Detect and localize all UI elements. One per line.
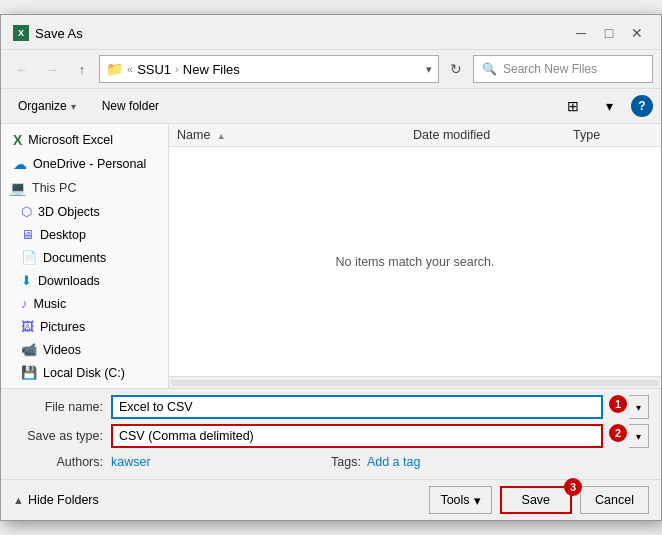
search-bar[interactable]: 🔍 Search New Files (473, 55, 653, 83)
hide-folders-button[interactable]: ▲ Hide Folders (13, 493, 99, 507)
add-tag-link[interactable]: Add a tag (367, 455, 421, 469)
sidebar-item-pictures[interactable]: 🖼 Pictures (1, 315, 168, 338)
sidebar-downloads-label: Downloads (38, 274, 100, 288)
view-dropdown-button[interactable]: ▾ (595, 93, 623, 119)
title-bar: X Save As ─ □ ✕ (1, 15, 661, 50)
col-type-header[interactable]: Type (573, 128, 653, 142)
dialog-title: Save As (35, 26, 569, 41)
file-list-header: Name ▲ Date modified Type (169, 124, 661, 147)
3d-icon: ⬡ (21, 204, 32, 219)
back-button[interactable]: ← (9, 56, 35, 82)
breadcrumb-path: SSU1 › New Files (137, 62, 240, 77)
maximize-button[interactable]: □ (597, 23, 621, 43)
sidebar-pics-label: Pictures (40, 320, 85, 334)
sidebar-item-desktop[interactable]: 🖥 Desktop (1, 223, 168, 246)
footer: ▲ Hide Folders Tools ▾ Save 3 Cancel (1, 479, 661, 520)
sidebar-item-onedrive[interactable]: ☁ OneDrive - Personal (1, 152, 168, 176)
sidebar-item-thispc[interactable]: 💻 This PC (1, 176, 168, 200)
new-folder-button[interactable]: New folder (93, 93, 168, 119)
minimize-button[interactable]: ─ (569, 23, 593, 43)
sidebar-onedrive-label: OneDrive - Personal (33, 157, 146, 171)
filename-label: File name: (13, 400, 103, 414)
sidebar-3d-label: 3D Objects (38, 205, 100, 219)
authors-tags-row: Authors: kawser Tags: Add a tag (13, 453, 649, 473)
breadcrumb-newfiles: New Files (183, 62, 240, 77)
videos-icon: 📹 (21, 342, 37, 357)
filename-input-wrapper: 1 ▾ (111, 395, 649, 419)
sidebar-disk-label: Local Disk (C:) (43, 366, 125, 380)
cancel-label: Cancel (595, 493, 634, 507)
authors-value[interactable]: kawser (111, 455, 151, 469)
sidebar-item-music[interactable]: ♪ Music (1, 292, 168, 315)
pc-icon: 💻 (9, 180, 26, 196)
up-button[interactable]: ↑ (69, 56, 95, 82)
sidebar-excel-label: Microsoft Excel (28, 133, 113, 147)
tools-chevron-icon: ▾ (474, 493, 481, 508)
horizontal-scrollbar[interactable] (169, 376, 661, 388)
refresh-button[interactable]: ↻ (443, 55, 469, 83)
organize-chevron-icon: ▾ (71, 101, 76, 112)
sidebar-item-videos[interactable]: 📹 Videos (1, 338, 168, 361)
filename-row: File name: 1 ▾ (13, 395, 649, 419)
save-label: Save (522, 493, 551, 507)
close-button[interactable]: ✕ (625, 23, 649, 43)
save-badge: 3 (564, 478, 582, 496)
filetype-dropdown-button[interactable]: ▾ (629, 424, 649, 448)
organize-label: Organize (18, 99, 67, 113)
sidebar-item-downloads[interactable]: ⬇ Downloads (1, 269, 168, 292)
sidebar-music-label: Music (34, 297, 67, 311)
sidebar-item-localdisk[interactable]: 💾 Local Disk (C:) (1, 361, 168, 384)
onedrive-icon: ☁ (13, 156, 27, 172)
save-button[interactable]: Save (500, 486, 573, 514)
file-list-content: No items match your search. (169, 147, 661, 376)
footer-right: Tools ▾ Save 3 Cancel (429, 486, 649, 514)
tags-label: Tags: (331, 455, 361, 469)
filename-dropdown-button[interactable]: ▾ (629, 395, 649, 419)
sidebar-videos-label: Videos (43, 343, 81, 357)
music-icon: ♪ (21, 296, 28, 311)
breadcrumb-folder-icon: 📁 (106, 61, 123, 77)
tools-button[interactable]: Tools ▾ (429, 486, 491, 514)
desktop-icon: 🖥 (21, 227, 34, 242)
col-name-header[interactable]: Name ▲ (177, 128, 413, 142)
filetype-badge: 2 (609, 424, 627, 442)
search-placeholder: Search New Files (503, 62, 597, 76)
filename-badge: 1 (609, 395, 627, 413)
sidebar-desktop-label: Desktop (40, 228, 86, 242)
view-button[interactable]: ⊞ (559, 93, 587, 119)
help-button[interactable]: ? (631, 95, 653, 117)
filetype-label: Save as type: (13, 429, 103, 443)
authors-label: Authors: (13, 455, 103, 469)
save-as-dialog: X Save As ─ □ ✕ ← → ↑ 📁 « SSU1 › New Fil… (0, 14, 662, 521)
organize-button[interactable]: Organize ▾ (9, 93, 85, 119)
filetype-input-wrapper: 2 ▾ (111, 424, 649, 448)
col-date-header[interactable]: Date modified (413, 128, 573, 142)
filetype-input[interactable] (111, 424, 603, 448)
breadcrumb[interactable]: 📁 « SSU1 › New Files ▾ (99, 55, 439, 83)
main-area: X Microsoft Excel ☁ OneDrive - Personal … (1, 124, 661, 388)
excel-icon: X (13, 25, 29, 41)
view-icon: ⊞ (567, 98, 579, 114)
breadcrumb-dropdown-icon: ▾ (426, 63, 432, 76)
sidebar-item-excel[interactable]: X Microsoft Excel (1, 128, 168, 152)
disk-icon: 💾 (21, 365, 37, 380)
hide-folders-label: Hide Folders (28, 493, 99, 507)
sidebar-item-documents[interactable]: 📄 Documents (1, 246, 168, 269)
filename-input[interactable] (111, 395, 603, 419)
right-panel: Name ▲ Date modified Type No items match… (169, 124, 661, 388)
h-scroll-track (171, 380, 659, 386)
empty-message: No items match your search. (335, 255, 494, 269)
form-area: File name: 1 ▾ Save as type: 2 ▾ Authors… (1, 388, 661, 479)
sidebar-item-3dobjects[interactable]: ⬡ 3D Objects (1, 200, 168, 223)
breadcrumb-arrow: › (175, 63, 179, 75)
cancel-button[interactable]: Cancel (580, 486, 649, 514)
forward-button[interactable]: → (39, 56, 65, 82)
sort-icon: ▲ (217, 131, 226, 141)
save-wrapper: Save 3 (500, 486, 573, 514)
hide-folders-icon: ▲ (13, 494, 24, 506)
documents-icon: 📄 (21, 250, 37, 265)
breadcrumb-ssu1: SSU1 (137, 62, 171, 77)
navigation-bar: ← → ↑ 📁 « SSU1 › New Files ▾ ↻ 🔍 Search … (1, 50, 661, 89)
new-folder-label: New folder (102, 99, 159, 113)
toolbar: Organize ▾ New folder ⊞ ▾ ? (1, 89, 661, 124)
